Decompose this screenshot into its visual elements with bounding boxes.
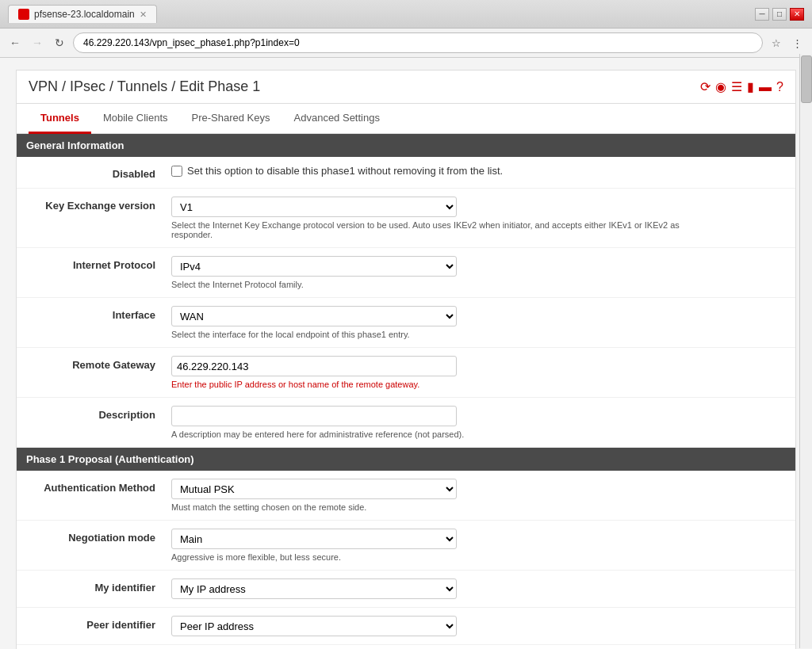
field-remote-gateway-input: Enter the public IP address or host name…	[171, 356, 783, 389]
scrollbar-thumb[interactable]	[801, 55, 812, 103]
breadcrumb: VPN / IPsec / Tunnels / Edit Phase 1	[29, 78, 260, 95]
toolbar-icons: ☆ ⋮	[768, 34, 806, 52]
field-negotiation-mode: Negotiation mode Main Aggressive Aggress…	[17, 521, 795, 571]
peer-identifier-select[interactable]: Peer IP address Distinguished Name User …	[171, 616, 457, 636]
tab-pre-shared-keys[interactable]: Pre-Shared Keys	[180, 104, 282, 134]
breadcrumb-sep3: /	[171, 78, 179, 94]
auth-method-help: Must match the setting chosen on the rem…	[171, 502, 710, 512]
field-interface: Interface WAN LAN Select the interface f…	[17, 298, 795, 348]
key-exchange-help: Select the Internet Key Exchange protoco…	[171, 220, 710, 239]
label-key-exchange: Key Exchange version	[29, 197, 171, 212]
auth-method-select[interactable]: Mutual PSK Mutual RSA xauth PSK Server	[171, 479, 457, 499]
close-button[interactable]: ✕	[790, 8, 804, 21]
my-identifier-select[interactable]: My IP address Distinguished Name User FQ…	[171, 578, 457, 599]
address-bar[interactable]	[73, 32, 763, 53]
label-remote-gateway: Remote Gateway	[29, 356, 171, 371]
disabled-checkbox-text: Set this option to disable this phase1 w…	[187, 165, 503, 177]
back-button[interactable]: ←	[6, 34, 24, 52]
field-internet-protocol: Internet Protocol IPv4 IPv6 Select the I…	[17, 248, 795, 298]
page-content: VPN / IPsec / Tunnels / Edit Phase 1 ⟳ ◉…	[0, 58, 812, 649]
remote-gateway-help: Enter the public IP address or host name…	[171, 380, 710, 389]
tabs-bar: Tunnels Mobile Clients Pre-Shared Keys A…	[16, 104, 796, 134]
label-interface: Interface	[29, 306, 171, 321]
disabled-checkbox-label: Set this option to disable this phase1 w…	[171, 165, 783, 177]
browser-chrome: pfsense-23.localdomain ✕ ─ □ ✕ ← → ↻ ☆ ⋮	[0, 0, 812, 58]
form-area: General Information Disabled Set this op…	[16, 134, 796, 649]
forward-button[interactable]: →	[29, 34, 46, 52]
field-negotiation-mode-input: Main Aggressive Aggressive is more flexi…	[171, 529, 783, 562]
interface-select[interactable]: WAN LAN	[171, 306, 457, 326]
field-description-input: A description may be entered here for ad…	[171, 406, 783, 439]
field-description: Description A description may be entered…	[17, 398, 795, 448]
section-general-info: General Information	[17, 134, 795, 157]
breadcrumb-sep2: /	[109, 78, 117, 94]
breadcrumb-ipsec: IPsec	[70, 78, 105, 94]
field-remote-gateway: Remote Gateway Enter the public IP addre…	[17, 348, 795, 398]
settings-icon[interactable]: ☰	[731, 79, 742, 94]
negotiation-mode-select[interactable]: Main Aggressive	[171, 529, 457, 549]
breadcrumb-vpn: VPN	[29, 78, 58, 94]
minimize-button[interactable]: ─	[755, 8, 769, 21]
description-help: A description may be entered here for ad…	[171, 429, 710, 439]
browser-tab[interactable]: pfsense-23.localdomain ✕	[8, 5, 157, 23]
page-header: VPN / IPsec / Tunnels / Edit Phase 1 ⟳ ◉…	[16, 70, 796, 104]
refresh-icon[interactable]: ⟳	[700, 79, 710, 94]
label-internet-protocol: Internet Protocol	[29, 256, 171, 271]
window-controls: ─ □ ✕	[755, 8, 804, 21]
browser-titlebar: pfsense-23.localdomain ✕ ─ □ ✕	[0, 0, 812, 29]
help-icon[interactable]: ?	[776, 80, 783, 94]
label-peer-identifier: Peer identifier	[29, 616, 171, 631]
chart-icon[interactable]: ▮	[747, 79, 754, 94]
field-key-exchange-input: Auto V1 V2 Select the Internet Key Excha…	[171, 197, 783, 239]
field-peer-identifier: Peer identifier Peer IP address Distingu…	[17, 608, 795, 645]
tab-title: pfsense-23.localdomain	[34, 9, 135, 20]
browser-toolbar: ← → ↻ ☆ ⋮	[0, 29, 812, 57]
tab-mobile-clients[interactable]: Mobile Clients	[91, 104, 180, 134]
internet-protocol-help: Select the Internet Protocol family.	[171, 280, 710, 289]
breadcrumb-sep1: /	[62, 78, 70, 94]
field-auth-method-input: Mutual PSK Mutual RSA xauth PSK Server M…	[171, 479, 783, 512]
field-my-identifier: My identifier My IP address Distinguishe…	[17, 571, 795, 608]
field-disabled-input: Set this option to disable this phase1 w…	[171, 165, 783, 177]
field-my-identifier-input: My IP address Distinguished Name User FQ…	[171, 578, 783, 599]
section-phase1-auth: Phase 1 Proposal (Authentication)	[17, 448, 795, 471]
field-disabled: Disabled Set this option to disable this…	[17, 157, 795, 189]
field-auth-method: Authentication Method Mutual PSK Mutual …	[17, 471, 795, 521]
tab-tunnels[interactable]: Tunnels	[29, 104, 91, 134]
field-peer-identifier-input: Peer IP address Distinguished Name User …	[171, 616, 783, 636]
page-title: Edit Phase 1	[179, 78, 260, 94]
field-internet-protocol-input: IPv4 IPv6 Select the Internet Protocol f…	[171, 256, 783, 289]
internet-protocol-select[interactable]: IPv4 IPv6	[171, 256, 457, 277]
menu-icon[interactable]: ⋮	[788, 34, 806, 52]
scrollbar[interactable]	[799, 54, 812, 648]
field-interface-input: WAN LAN Select the interface for the loc…	[171, 306, 783, 339]
key-exchange-select[interactable]: Auto V1 V2	[171, 197, 457, 217]
bookmark-icon[interactable]: ☆	[768, 34, 785, 52]
description-input[interactable]	[171, 406, 457, 426]
field-pre-shared-key: Pre-Shared Key Enter the Pre-Shared Key …	[17, 645, 795, 649]
label-disabled: Disabled	[29, 165, 171, 180]
label-auth-method: Authentication Method	[29, 479, 171, 494]
reload-button[interactable]: ↻	[51, 34, 68, 52]
breadcrumb-tunnels: Tunnels	[117, 78, 167, 94]
negotiation-mode-help: Aggressive is more flexible, but less se…	[171, 552, 710, 562]
remote-gateway-input[interactable]	[171, 356, 457, 376]
tab-advanced-settings[interactable]: Advanced Settings	[282, 104, 392, 134]
tab-close-button[interactable]: ✕	[140, 10, 147, 20]
field-key-exchange: Key Exchange version Auto V1 V2 Select t…	[17, 189, 795, 248]
disabled-checkbox[interactable]	[171, 166, 182, 177]
list-icon[interactable]: ▬	[759, 80, 772, 94]
interface-help: Select the interface for the local endpo…	[171, 330, 710, 339]
label-my-identifier: My identifier	[29, 578, 171, 594]
maximize-button[interactable]: □	[772, 8, 787, 21]
label-negotiation-mode: Negotiation mode	[29, 529, 171, 544]
power-icon[interactable]: ◉	[715, 79, 726, 94]
label-description: Description	[29, 406, 171, 421]
header-icons: ⟳ ◉ ☰ ▮ ▬ ?	[700, 79, 783, 94]
favicon-icon	[18, 9, 29, 20]
